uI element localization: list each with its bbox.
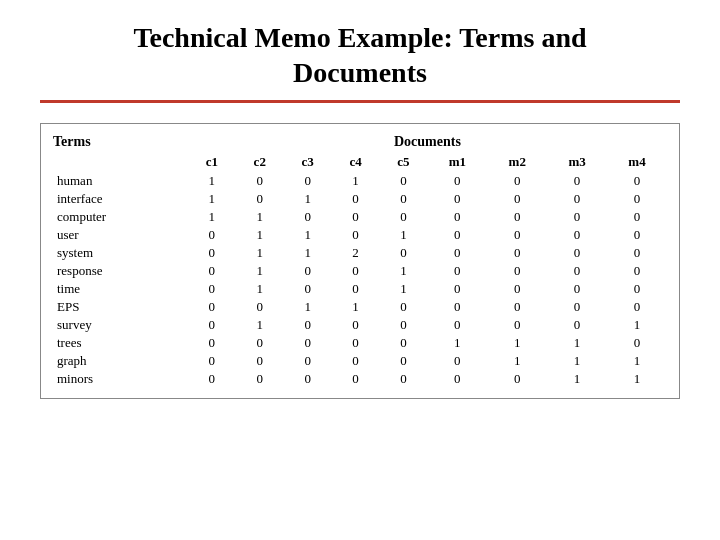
page-title: Technical Memo Example: Terms and Docume…	[133, 20, 586, 90]
table-row: EPS001100000	[53, 298, 667, 316]
title-line1: Technical Memo Example: Terms and	[133, 22, 586, 53]
cell-term: computer	[53, 208, 188, 226]
cell-c2: 0	[236, 370, 284, 388]
cell-m3: 0	[547, 262, 607, 280]
col-c1: c1	[188, 152, 236, 172]
cell-c2: 1	[236, 262, 284, 280]
col-c2: c2	[236, 152, 284, 172]
cell-c3: 0	[284, 370, 332, 388]
cell-c4: 0	[332, 280, 380, 298]
table-row: minors000000011	[53, 370, 667, 388]
table-row: graph000000111	[53, 352, 667, 370]
cell-c2: 0	[236, 298, 284, 316]
cell-m2: 0	[487, 208, 547, 226]
cell-c2: 1	[236, 280, 284, 298]
cell-m4: 0	[607, 334, 667, 352]
cell-m4: 0	[607, 172, 667, 190]
cell-m3: 1	[547, 352, 607, 370]
table-body: human100100000interface101000000computer…	[53, 172, 667, 388]
col-c3: c3	[284, 152, 332, 172]
cell-m4: 0	[607, 226, 667, 244]
cell-m2: 0	[487, 370, 547, 388]
cell-term: system	[53, 244, 188, 262]
cell-m3: 0	[547, 190, 607, 208]
cell-c2: 0	[236, 190, 284, 208]
cell-m3: 0	[547, 244, 607, 262]
cell-m1: 0	[427, 226, 487, 244]
cell-c3: 0	[284, 352, 332, 370]
cell-m3: 0	[547, 172, 607, 190]
cell-term: trees	[53, 334, 188, 352]
cell-c4: 0	[332, 190, 380, 208]
table-row: human100100000	[53, 172, 667, 190]
cell-c5: 1	[380, 262, 428, 280]
col-m3: m3	[547, 152, 607, 172]
cell-m1: 0	[427, 190, 487, 208]
cell-m1: 1	[427, 334, 487, 352]
cell-m2: 0	[487, 172, 547, 190]
cell-c2: 1	[236, 226, 284, 244]
cell-c2: 0	[236, 172, 284, 190]
cell-c2: 0	[236, 352, 284, 370]
cell-c5: 0	[380, 298, 428, 316]
cell-m2: 1	[487, 334, 547, 352]
cell-c1: 0	[188, 244, 236, 262]
cell-m3: 0	[547, 226, 607, 244]
col-c5: c5	[380, 152, 428, 172]
cell-m4: 1	[607, 370, 667, 388]
cell-term: time	[53, 280, 188, 298]
cell-c1: 0	[188, 280, 236, 298]
cell-c3: 0	[284, 334, 332, 352]
title-line2: Documents	[293, 57, 427, 88]
cell-c4: 1	[332, 298, 380, 316]
cell-c5: 0	[380, 316, 428, 334]
cell-m4: 0	[607, 190, 667, 208]
cell-term: interface	[53, 190, 188, 208]
cell-c4: 0	[332, 208, 380, 226]
cell-c5: 0	[380, 334, 428, 352]
cell-c4: 0	[332, 370, 380, 388]
cell-m3: 0	[547, 280, 607, 298]
cell-m2: 0	[487, 316, 547, 334]
cell-m2: 1	[487, 352, 547, 370]
cell-c5: 1	[380, 226, 428, 244]
table-row: system011200000	[53, 244, 667, 262]
cell-c1: 0	[188, 298, 236, 316]
col-m4: m4	[607, 152, 667, 172]
cell-m4: 0	[607, 298, 667, 316]
cell-c2: 1	[236, 208, 284, 226]
cell-c5: 0	[380, 190, 428, 208]
cell-c1: 1	[188, 208, 236, 226]
table-container: Terms Documents c1 c2 c3 c4 c5 m1 m2 m3 …	[40, 123, 680, 399]
cell-term: response	[53, 262, 188, 280]
cell-m4: 0	[607, 244, 667, 262]
cell-c3: 1	[284, 226, 332, 244]
cell-m2: 0	[487, 190, 547, 208]
cell-c1: 1	[188, 172, 236, 190]
cell-c2: 1	[236, 244, 284, 262]
cell-c3: 1	[284, 298, 332, 316]
cell-term: EPS	[53, 298, 188, 316]
col-c4: c4	[332, 152, 380, 172]
cell-c1: 0	[188, 262, 236, 280]
cell-c3: 0	[284, 316, 332, 334]
cell-m3: 0	[547, 298, 607, 316]
cell-c3: 0	[284, 208, 332, 226]
cell-m3: 0	[547, 208, 607, 226]
documents-section-label: Documents	[188, 134, 667, 152]
cell-c4: 0	[332, 316, 380, 334]
cell-m4: 0	[607, 208, 667, 226]
cell-m2: 0	[487, 298, 547, 316]
table-row: interface101000000	[53, 190, 667, 208]
col-m1: m1	[427, 152, 487, 172]
cell-c1: 0	[188, 226, 236, 244]
cell-c5: 0	[380, 352, 428, 370]
cell-c2: 0	[236, 334, 284, 352]
terms-section-label: Terms	[53, 134, 188, 152]
cell-c1: 0	[188, 352, 236, 370]
cell-c4: 0	[332, 352, 380, 370]
cell-c3: 1	[284, 190, 332, 208]
cell-m2: 0	[487, 226, 547, 244]
table-row: computer110000000	[53, 208, 667, 226]
cell-c1: 0	[188, 316, 236, 334]
